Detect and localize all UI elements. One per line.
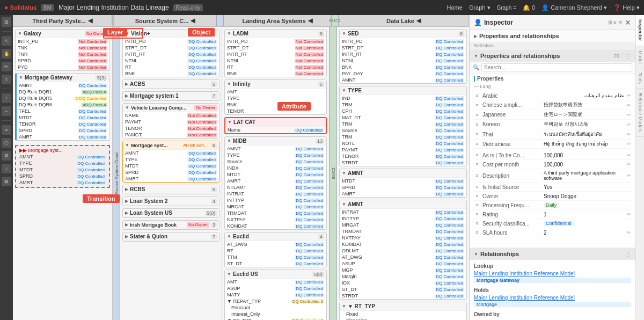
sidebar-btn-zoom-out[interactable]: − (2, 106, 11, 116)
prop-edit[interactable]: ✏ (627, 141, 631, 147)
node-euclid[interactable]: ▼ Euclid 4 AT_DWGDQ Controlled RTDQ Cont… (224, 232, 327, 267)
node-vehicle-leasing[interactable]: ▼ Vehicle Leasing Comp... No Owner NAMEN… (122, 103, 219, 139)
source-system-cloud-divider: Source System Cloud (113, 27, 120, 320)
relationships-header[interactable]: ▼ Relationships ⋮ (470, 248, 635, 260)
prop-edit[interactable]: ✏ (627, 230, 631, 235)
node-midb[interactable]: ▼ MIDB 13 AMNTDQ Controlled TYPEDQ Contr… (224, 136, 327, 230)
sidebar-btn-expand[interactable]: ⊠ (2, 177, 11, 186)
right-tab-reference-models[interactable]: Reference Models (636, 89, 644, 137)
sidebar-btn-cursor[interactable]: ↖ (2, 36, 11, 46)
right-tab-inspector[interactable]: Inspector (636, 15, 644, 46)
nav-user[interactable]: 👤 Cameron Shepherd ▾ (541, 4, 607, 11)
nav-counter[interactable]: 🔔 0 (523, 4, 535, 11)
node-mortgage-risk-header[interactable]: ▼ Mortgage syst... At risk own... 6 (123, 141, 219, 150)
prop-edit[interactable]: ✏ (627, 132, 631, 137)
node-sed[interactable]: ▼ SED 6 INTR_PDDQ Controlled STRT_DTDQ C… (339, 29, 467, 84)
node-dl-extra[interactable]: ▼ AMNT INTRATDQ Controlled INTTYPDQ Cont… (339, 200, 467, 300)
right-tab-model[interactable]: Model (636, 46, 644, 69)
sidebar-btn-draw[interactable]: ✏ (2, 62, 11, 71)
node-loan-system-2-header[interactable]: ▶ Loan System 2 4 (123, 197, 219, 206)
annotation-transition-label: Transition (83, 194, 120, 203)
node-loan-system-2[interactable]: ▶ Loan System 2 4 (122, 197, 219, 206)
node-infinity-header[interactable]: ▼ Infinity 5 (225, 80, 326, 89)
rel-lookup-model-link[interactable]: Major Lending Institution Reference Mode… (474, 271, 631, 277)
prop-edit[interactable]: ✏ (627, 103, 631, 108)
selection-header[interactable]: ▶ Properties and relationships (470, 30, 635, 42)
rel-holds-badge[interactable]: Mortgage (474, 302, 631, 307)
search-input[interactable] (481, 63, 632, 71)
props-menu-icon[interactable]: ⋮ (626, 53, 631, 59)
node-galaxy[interactable]: ▼ Galaxy No Owner INTR_PDNot Controlled … (15, 29, 110, 71)
node-rt-typ[interactable]: ▼ ▼ RT_TYP Fixed Financing Interest Rate… (339, 302, 467, 320)
node-irish-mortgage-header[interactable]: ▶ Irish Mortgage Book No Owner 3 (123, 221, 219, 229)
relationships-menu-icon[interactable]: ⋮ (626, 251, 631, 257)
sidebar-btn-settings[interactable]: ⚙ (2, 151, 11, 161)
node-amnt-bottom-header[interactable]: ▼ AMNT (340, 169, 466, 178)
sidebar-btn-filter[interactable]: ⬡ (2, 138, 11, 148)
node-row: MATYDQ Controlled (225, 292, 326, 298)
node-irish-mortgage[interactable]: ▶ Irish Mortgage Book No Owner 3 (122, 220, 219, 230)
prop-edit[interactable]: ✏ (627, 162, 631, 167)
node-mortgage-gateway-header[interactable]: ▼ Mortgage Gateway 5(3) (17, 74, 109, 82)
sidebar-btn-text[interactable]: T (2, 75, 11, 84)
node-infinity[interactable]: ▼ Infinity 5 AMT TYPE BNK TENOR (224, 79, 327, 115)
node-stater-quion-header[interactable]: ▶ Stater & Quion 7 (123, 232, 219, 241)
node-amnt-bottom[interactable]: ▼ AMNT MTDTDQ Controlled SPRDDQ Controll… (339, 169, 467, 198)
prop-edit[interactable]: ✏ (627, 122, 631, 127)
node-amnt-type-header[interactable]: ▼ TYPE (340, 86, 466, 95)
prop-edit[interactable]: ✏ (627, 112, 631, 118)
node-rt-typ-header[interactable]: ▼ ▼ RT_TYP (340, 302, 466, 311)
node-loan-system-us[interactable]: ▶ Loan System US 5(0) (122, 208, 219, 218)
node-lat-cat-header[interactable]: ▼ LAT CAT (225, 118, 326, 127)
collapse-source-system[interactable]: ◀ (191, 17, 195, 24)
node-mortgage-system-1-header[interactable]: ▶ Mortgage system 1 7 (123, 92, 219, 100)
column-headers: Third Party Syste... ◀ Source System C..… (13, 15, 469, 27)
node-row: AMRTDQ Controlled (17, 179, 108, 186)
nav-graph[interactable]: Graph ▾ (469, 4, 491, 11)
node-mortgage-gateway[interactable]: ▼ Mortgage Gateway 5(3) AMNTDQ Controlle… (15, 73, 110, 141)
sidebar-btn-layers[interactable]: ≡ (2, 125, 11, 135)
node-ladm[interactable]: ▼ LADM 6 INTR_PDNot Controlled STRT_DTNo… (224, 29, 327, 77)
collapse-landing-area[interactable]: ◀ (308, 17, 312, 24)
node-ladm-header[interactable]: ▼ LADM 6 (225, 30, 326, 38)
nav-home[interactable]: Home (447, 4, 463, 11)
node-acbs-header[interactable]: ▶ ACBS 5 (123, 80, 219, 89)
sidebar-btn-hand[interactable]: ✋ (2, 49, 11, 59)
node-lat-cat[interactable]: ▼ LAT CAT Name DQ Controlled (224, 117, 327, 134)
right-tab-tools[interactable]: Tools (636, 68, 644, 89)
props-relationships-header[interactable]: ▼ Properties and relationships 20 ⋮ (470, 50, 635, 62)
node-mortgage-system-1[interactable]: ▶ Mortgage system 1 7 (122, 91, 219, 101)
sidebar-btn-zoom-in[interactable]: + (2, 93, 11, 103)
rel-holds-model-link[interactable]: Major Lending Institution Reference Mode… (474, 295, 631, 301)
collapse-data-lake[interactable]: ◀ (416, 17, 421, 24)
node-row: INTR_RTNot Controlled (225, 51, 326, 57)
node-rcbs-header[interactable]: ▶ RCBS 5 (123, 185, 219, 194)
node-galaxy-header[interactable]: ▼ Galaxy No Owner (16, 30, 109, 38)
prop-edit[interactable]: ✏ (627, 212, 631, 217)
node-amnt-type[interactable]: ▼ TYPE INDDQ Controlled TRMDQ Controlled… (339, 86, 467, 166)
prop-edit[interactable]: ✏ (627, 93, 631, 98)
prop-edit[interactable]: ✏ (627, 173, 631, 178)
collapse-third-party[interactable]: ◀ (88, 17, 92, 24)
node-sed-header[interactable]: ▼ SED 6 (340, 30, 466, 38)
close-button[interactable]: ✕ (625, 18, 631, 27)
node-rcbs[interactable]: ▶ RCBS 5 (122, 185, 219, 194)
node-acbs[interactable]: ▶ ACBS 5 (122, 79, 219, 89)
node-row: INTRATDQ Controlled (340, 209, 466, 215)
node-loan-system-us-header[interactable]: ▶ Loan System US 5(0) (123, 209, 219, 217)
node-euclid-us-header[interactable]: ▼ Euclid US 5(0) (225, 270, 326, 279)
node-mortgage-risk[interactable]: ▼ Mortgage syst... At risk own... 6 AMNT… (122, 141, 219, 183)
node-euclid-us[interactable]: ▼ Euclid US 5(0) AMTDQ Controlled ASUPDQ… (224, 270, 327, 320)
rel-lookup-badge[interactable]: Mortgage Gateway (474, 278, 631, 283)
prop-thai: ≡ Thai ระบบสมัครสินเชื่อที่อยู่อาศัย ✏ (474, 129, 631, 140)
node-midb-header[interactable]: ▼ MIDB 13 (225, 137, 326, 146)
sidebar-btn-link[interactable]: ↕ (2, 164, 11, 173)
node-vehicle-leasing-header[interactable]: ▼ Vehicle Leasing Comp... No Owner (123, 104, 219, 112)
prop-edit[interactable]: ✏ (627, 152, 631, 158)
node-euclid-header[interactable]: ▼ Euclid 4 (225, 232, 326, 241)
node-dl-extra-header[interactable]: ▼ AMNT (340, 200, 466, 209)
node-stater-quion[interactable]: ▶ Stater & Quion 7 (122, 232, 219, 242)
nav-help[interactable]: ❓ Help ▾ (613, 4, 640, 11)
properties-group-title: Properties (474, 76, 631, 82)
sidebar-btn-home[interactable]: ⊞ (2, 17, 11, 27)
